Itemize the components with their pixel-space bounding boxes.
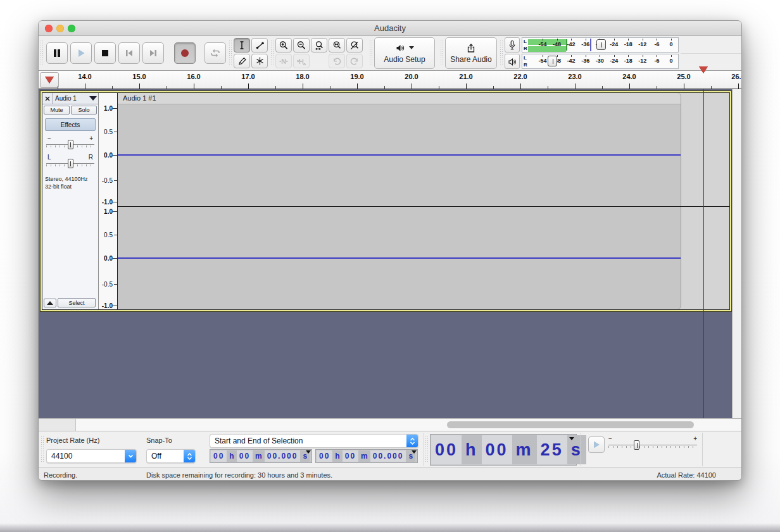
zoom-toggle-button[interactable] (346, 38, 363, 53)
gain-minus-label: − (47, 135, 51, 142)
meter-channel-labels: LR (524, 38, 527, 52)
pan-slider-thumb[interactable] (68, 159, 73, 168)
play-at-speed-grip[interactable] (582, 436, 586, 463)
vertical-scrollbar[interactable] (732, 89, 741, 418)
timeline-tick-label: 22.0 (513, 73, 527, 80)
meter-tick-label: -6 (654, 58, 659, 64)
play-button[interactable] (70, 42, 92, 64)
track-menu-button[interactable] (88, 96, 98, 101)
track-name[interactable]: Audio 1 (53, 95, 88, 102)
select-track-button[interactable]: Select (58, 298, 96, 307)
close-track-button[interactable] (42, 93, 53, 104)
selection-end-cells: 00h00m00.000s (317, 450, 415, 462)
record-button[interactable] (174, 42, 196, 64)
snap-to-select[interactable]: Off (146, 449, 196, 463)
skip-to-start-button[interactable] (118, 42, 140, 64)
timeline-tick-label: 21.0 (459, 73, 472, 80)
record-meter[interactable]: LR-54-48-42-36-30-24-18-12-60 (522, 37, 679, 53)
gain-plus-label: + (89, 135, 93, 142)
time-digit-cell: 00 (317, 450, 332, 462)
time-toolbar-grip[interactable] (425, 436, 429, 463)
playback-speed-slider[interactable]: − + (608, 436, 697, 453)
record-volume-slider[interactable] (596, 39, 606, 50)
meter-toolbar-grip[interactable] (500, 40, 503, 66)
effects-button[interactable]: Effects (45, 118, 96, 131)
loop-button[interactable] (204, 42, 226, 64)
skip-to-end-button[interactable] (142, 42, 164, 64)
field-dropdown-icon[interactable] (306, 450, 311, 454)
selection-start-field[interactable]: 00h00m00.000s (210, 449, 312, 463)
timeline-ruler[interactable]: 14.015.016.017.018.019.020.021.022.023.0… (39, 70, 741, 89)
vertical-ruler-tick (113, 211, 117, 212)
project-rate-combo[interactable]: 44100 (46, 449, 137, 463)
status-bar: Recording. Disk space remaining for reco… (39, 467, 741, 481)
field-dropdown-icon[interactable] (412, 450, 417, 454)
record-meter-button[interactable] (505, 37, 520, 53)
gain-slider-thumb[interactable] (68, 140, 73, 149)
channel-divider (118, 206, 729, 207)
zoom-in-button[interactable] (275, 38, 292, 53)
selection-mode-select[interactable]: Start and End of Selection (210, 434, 418, 448)
undo-button[interactable] (329, 54, 345, 68)
selection-tool-button[interactable] (234, 38, 250, 53)
clip-title[interactable]: Audio 1 #1 (118, 93, 681, 104)
recording-position-marker[interactable] (699, 73, 708, 85)
zoom-window-button[interactable] (68, 25, 75, 32)
time-unit-cell: m (512, 435, 537, 464)
waveform-right-channel (118, 257, 681, 259)
playback-meter[interactable]: LR-54-48-42-36-30-24-18-12-60 (522, 54, 679, 69)
transport-toolbar-grip[interactable] (40, 40, 44, 66)
vertical-ruler-label: -1.0 (102, 302, 113, 309)
audio-position-display[interactable]: 00h00m25s (430, 434, 577, 466)
loop-icon (210, 48, 221, 58)
horizontal-scrollbar-thumb[interactable] (447, 421, 694, 428)
close-window-button[interactable] (45, 25, 53, 32)
field-dropdown-icon[interactable] (569, 437, 574, 440)
collapse-track-button[interactable] (44, 299, 56, 307)
envelope-icon (255, 40, 265, 50)
share-audio-grip[interactable] (440, 40, 444, 66)
zoom-out-button[interactable] (293, 38, 310, 53)
zoom-fit-button[interactable] (329, 38, 345, 53)
selection-toolbar-grip[interactable] (41, 436, 44, 463)
vertical-ruler-label: -0.5 (102, 177, 113, 184)
audio-setup-button[interactable]: Audio Setup (374, 37, 435, 69)
redo-button[interactable] (346, 54, 363, 68)
time-digit-cell: 00 (237, 450, 253, 462)
horizontal-scrollbar[interactable] (39, 418, 741, 431)
selection-end-field[interactable]: 00h00m00.000s (315, 449, 418, 463)
undo-icon (332, 56, 342, 66)
edit-toolbar-grip[interactable] (270, 40, 274, 66)
pause-button[interactable] (46, 42, 68, 64)
transport-toolbar (45, 36, 227, 70)
vertical-ruler-label: 0.5 (104, 128, 113, 135)
multi-tool-button[interactable] (251, 54, 268, 68)
mute-button[interactable]: Mute (44, 106, 70, 114)
waveform-area[interactable]: Audio 1 #1 (118, 93, 729, 309)
audio-clip[interactable]: Audio 1 #1 (118, 93, 681, 309)
trim-audio-button[interactable] (275, 54, 292, 68)
playback-meter-button[interactable] (505, 54, 520, 69)
silence-audio-button[interactable] (293, 54, 310, 68)
gain-slider[interactable]: − + (46, 136, 94, 150)
envelope-tool-button[interactable] (251, 38, 268, 53)
speed-slider-thumb[interactable] (634, 440, 639, 450)
share-audio-button[interactable]: Share Audio (445, 37, 497, 69)
draw-tool-button[interactable] (234, 54, 250, 68)
zoom-selection-button[interactable] (311, 38, 327, 53)
track-workspace[interactable]: Audio 1 Mute Solo Effects − + (39, 89, 741, 418)
vertical-ruler-label: 0.5 (104, 232, 113, 238)
pinned-playhead-button[interactable] (40, 72, 59, 88)
minimize-window-button[interactable] (56, 25, 64, 32)
edit-toolbar (275, 38, 363, 68)
speed-plus-label: + (693, 435, 697, 442)
solo-button[interactable]: Solo (71, 106, 97, 114)
tools-toolbar-grip[interactable] (229, 40, 232, 66)
pan-slider[interactable]: L R (46, 155, 94, 169)
stop-button[interactable] (94, 42, 116, 64)
meter-tick-label: -42 (567, 41, 576, 47)
audio-setup-grip[interactable] (369, 40, 373, 66)
playback-volume-slider[interactable] (548, 56, 557, 66)
play-at-speed-button[interactable] (588, 436, 605, 453)
track-vertical-ruler[interactable]: 1.00.50.0-0.5-1.01.00.50.0-0.5-1.0 (99, 93, 118, 309)
